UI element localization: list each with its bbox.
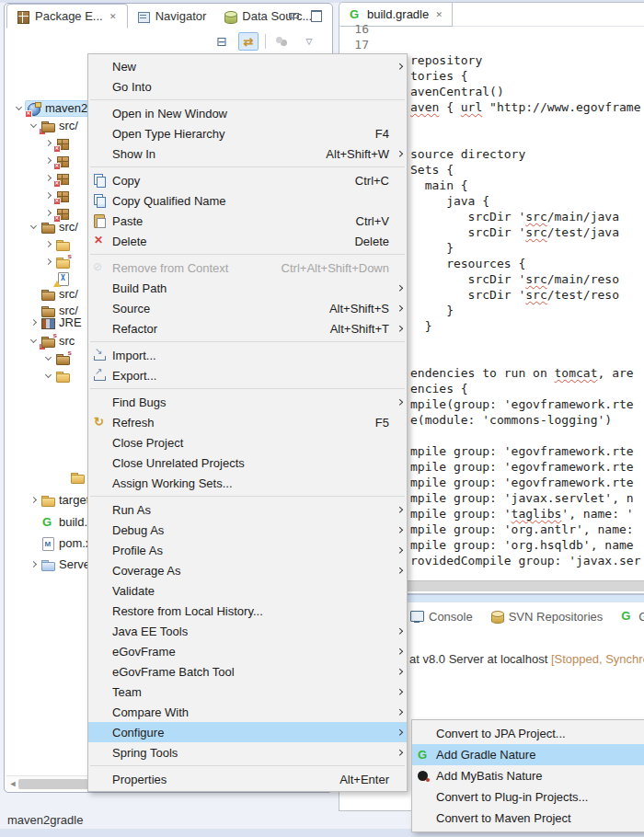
paste-icon xyxy=(92,213,107,228)
twistie-closed-icon[interactable] xyxy=(27,494,40,507)
import-icon xyxy=(92,348,107,362)
menu-item-spring-tools[interactable]: Spring Tools xyxy=(88,742,407,762)
tab-navigator[interactable]: Navigator xyxy=(128,4,215,29)
twistie-open-icon[interactable] xyxy=(41,352,54,365)
console-icon xyxy=(409,609,424,624)
submenu-arrow-icon xyxy=(389,528,401,533)
twistie-closed-icon[interactable] xyxy=(41,137,54,150)
menu-item-convert-to-jpa-project[interactable]: Convert to JPA Project... xyxy=(412,723,644,744)
submenu-arrow-icon xyxy=(389,629,401,634)
twistie-closed-icon[interactable] xyxy=(41,172,54,185)
collapse-all-icon[interactable] xyxy=(212,32,232,51)
tab-package-e[interactable]: Package E... xyxy=(6,4,128,29)
twistie-closed-icon[interactable] xyxy=(27,558,40,571)
menu-item-delete[interactable]: DeleteDelete xyxy=(88,231,407,251)
chevron-down-icon xyxy=(44,354,51,361)
menu-item-profile-as[interactable]: Profile As xyxy=(88,540,407,560)
close-icon[interactable] xyxy=(433,9,444,20)
menu-item-build-path[interactable]: Build Path xyxy=(88,278,407,298)
minimize-icon[interactable] xyxy=(288,9,299,20)
chevron-down-icon xyxy=(15,104,21,110)
export-icon xyxy=(92,368,107,383)
editor-tab-bar: build.gradle xyxy=(339,3,644,27)
view-menu-icon[interactable] xyxy=(299,32,319,51)
menu-item-assign-working-sets[interactable]: Assign Working Sets... xyxy=(88,473,407,493)
menu-item-copy[interactable]: CopyCtrl+C xyxy=(88,170,407,190)
menu-item-egovframe-batch-tool[interactable]: eGovFrame Batch Tool xyxy=(88,661,407,682)
chevron-right-icon xyxy=(44,140,51,146)
twistie-closed-icon[interactable] xyxy=(41,256,54,269)
menu-item-paste[interactable]: PasteCtrl+V xyxy=(88,211,407,231)
menu-item-configure[interactable]: Configure xyxy=(88,722,407,742)
menu-item-compare-with[interactable]: Compare With xyxy=(88,702,407,722)
menu-item-find-bugs[interactable]: Find Bugs xyxy=(88,392,407,412)
menu-item-source[interactable]: SourceAlt+Shift+S xyxy=(88,298,407,318)
twistie-closed-icon[interactable] xyxy=(41,189,54,202)
menu-item-label: Add Gradle Nature xyxy=(436,748,535,762)
menu-item-add-mybatis-nature[interactable]: Add MyBatis Nature xyxy=(412,765,644,786)
menu-item-label: Run As xyxy=(112,503,151,517)
menu-item-label: Coverage As xyxy=(112,564,180,578)
source-folder-icon xyxy=(40,119,55,133)
menu-item-open-in-new-window[interactable]: Open in New Window xyxy=(88,103,407,123)
menu-item-refresh[interactable]: RefreshF5 xyxy=(88,412,407,432)
twistie-open-icon[interactable] xyxy=(41,370,54,383)
menu-item-open-type-hierarchy[interactable]: Open Type HierarchyF4 xyxy=(88,123,407,143)
menu-item-label: Team xyxy=(112,685,142,699)
tab-grad[interactable]: Grad xyxy=(619,609,644,624)
twistie-closed-icon[interactable] xyxy=(41,155,54,167)
chevron-right-icon xyxy=(44,157,51,164)
menu-item-label: Remove from Context xyxy=(112,261,228,275)
menu-item-go-into[interactable]: Go Into xyxy=(88,76,407,97)
menu-item-run-as[interactable]: Run As xyxy=(88,499,407,520)
menu-item-shortcut: Alt+Enter xyxy=(317,773,389,786)
menu-item-properties[interactable]: PropertiesAlt+Enter xyxy=(88,769,407,789)
toolbar-separator xyxy=(265,34,266,49)
menu-item-export[interactable]: Export... xyxy=(88,365,407,385)
menu-item-label: Find Bugs xyxy=(112,396,167,409)
chevron-right-icon xyxy=(397,568,402,573)
code-area[interactable]: repository tories { avenCentral() aven {… xyxy=(410,52,640,568)
menu-item-restore-from-local-history[interactable]: Restore from Local History... xyxy=(88,601,407,621)
submenu-arrow-icon xyxy=(389,152,401,156)
focus-task-icon[interactable] xyxy=(272,32,293,51)
twistie-open-icon[interactable] xyxy=(12,102,25,115)
menu-item-validate[interactable]: Validate xyxy=(88,580,407,601)
tree-item-label: JRE xyxy=(59,315,82,329)
chevron-right-icon xyxy=(397,669,402,674)
close-icon[interactable] xyxy=(108,11,119,22)
link-with-editor-icon[interactable] xyxy=(238,32,259,51)
menu-item-close-unrelated-projects[interactable]: Close Unrelated Projects xyxy=(88,453,407,473)
twistie-closed-icon[interactable] xyxy=(41,238,54,251)
menu-item-coverage-as[interactable]: Coverage As xyxy=(88,560,407,580)
maximize-icon[interactable] xyxy=(310,9,321,20)
tab-svn-repositories[interactable]: SVN Repositories xyxy=(489,609,604,624)
menu-item-debug-as[interactable]: Debug As xyxy=(88,520,407,540)
menu-item-refactor[interactable]: RefactorAlt+Shift+T xyxy=(88,318,407,338)
submenu-arrow-icon xyxy=(389,64,401,69)
menu-item-java-ee-tools[interactable]: Java EE Tools xyxy=(88,621,407,641)
menu-item-close-project[interactable]: Close Project xyxy=(88,432,407,453)
menu-item-shortcut: Ctrl+Alt+Shift+Down xyxy=(259,261,389,275)
menu-item-import[interactable]: Import... xyxy=(88,345,407,365)
menu-icon-column xyxy=(92,260,107,275)
tab-label: Navigator xyxy=(155,9,207,23)
menu-item-convert-to-plug-in-projects[interactable]: Convert to Plug-in Projects... xyxy=(412,786,644,808)
twistie-open-icon[interactable] xyxy=(27,221,40,234)
menu-item-new[interactable]: New xyxy=(88,56,407,76)
twistie-closed-icon[interactable] xyxy=(27,316,40,329)
menu-item-convert-to-maven-project[interactable]: Convert to Maven Project xyxy=(412,808,644,829)
scroll-left-arrow[interactable]: ◄ xyxy=(6,779,19,788)
menu-item-show-in[interactable]: Show InAlt+Shift+W xyxy=(88,143,407,164)
twistie-open-icon[interactable] xyxy=(27,335,40,348)
server-status-row[interactable]: at v8.0 Server at localhost [Stopped, Sy… xyxy=(409,652,644,666)
menu-item-egovframe[interactable]: eGovFrame xyxy=(88,641,407,661)
menu-item-team[interactable]: Team xyxy=(88,682,407,702)
menu-item-add-gradle-nature[interactable]: Add Gradle Nature xyxy=(412,744,644,765)
twistie-open-icon[interactable] xyxy=(27,120,40,132)
squiggle: src xyxy=(525,209,546,224)
menu-item-label: Open Type Hierarchy xyxy=(112,127,225,141)
menu-item-label: Convert to Plug-in Projects... xyxy=(436,790,588,804)
menu-item-copy-qualified-name[interactable]: Copy Qualified Name xyxy=(88,190,407,211)
tab-console[interactable]: Console xyxy=(409,609,473,624)
